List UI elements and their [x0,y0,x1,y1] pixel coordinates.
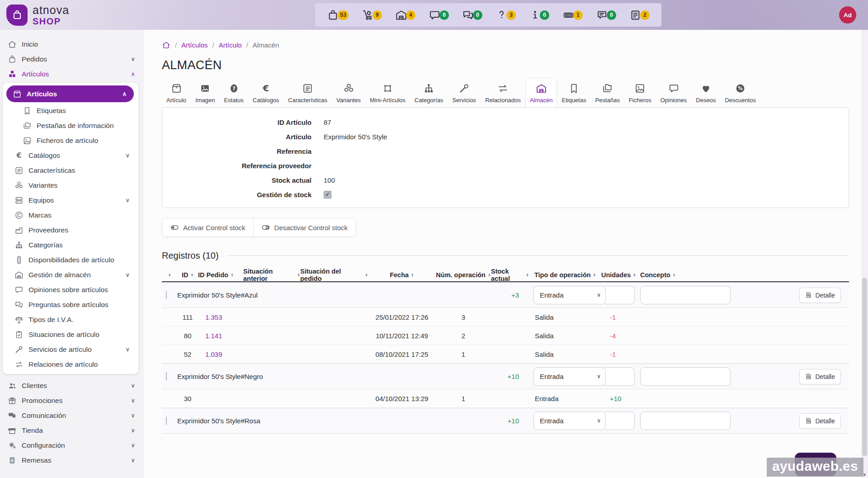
tab-relacionados[interactable]: Relacionados [481,78,525,107]
article-detail-panel: ID Artículo87 ArtículoExprimidor 50's St… [162,107,849,208]
badge-conversations[interactable]: 0 [462,9,482,21]
tab-ficheros[interactable]: Ficheros [624,78,656,107]
operation-type-select[interactable]: Entrada∨ [533,291,606,299]
col-id-pedido[interactable]: ID Pedido▲▼ [198,271,243,279]
row-checkbox[interactable] [166,291,167,299]
col-concepto[interactable]: Concepto▲▼ [640,271,736,279]
activate-stock-control-button[interactable]: Activar Control stock [162,218,253,237]
sidebar-item-categorias[interactable]: Categorías [3,237,138,252]
sidebar-item-situaciones[interactable]: Situaciones de artículo [3,327,138,342]
sidebar-item-equipos[interactable]: Equipos∨ [3,193,138,208]
tab-mini-articulos[interactable]: Mini-Artículos [365,78,410,107]
sidebar-item-comunicacion[interactable]: Comunicación∨ [0,408,144,423]
operation-type-select[interactable]: Entrada∨ [533,417,606,425]
col-unidades[interactable]: Unidades▲▼ [601,271,640,279]
tab-articulo[interactable]: Artículo [162,78,191,107]
col-stock-actual[interactable]: Stock actual▲▼ [491,268,529,282]
concept-input[interactable] [640,367,731,386]
breadcrumb-link-articulos[interactable]: Artículos [181,41,208,49]
order-id-link[interactable]: 1.353 [198,313,243,321]
tab-catalogos[interactable]: Catálogos [248,78,284,107]
home-icon[interactable] [162,41,170,49]
tab-categorias[interactable]: Categorías [410,78,448,107]
sidebar-item-preguntas[interactable]: Preguntas sobre artículos [3,297,138,312]
sidebar-item-remesas[interactable]: Remesas∨ [0,453,144,468]
chevron-down-icon: ∨ [131,412,136,419]
sidebar-item-tienda[interactable]: Tienda∨ [0,423,144,438]
tab-etiquetas[interactable]: Etiquetas [557,78,590,107]
tab-imagen[interactable]: Imagen [191,78,219,107]
sidebar-item-inicio[interactable]: Inicio [0,37,144,52]
units-input[interactable] [602,367,635,386]
sidebar-item-tipos-iva[interactable]: Tipos de I.V.A. [3,312,138,327]
user-avatar[interactable]: Ad [839,6,856,24]
row-checkbox[interactable] [166,372,167,381]
tab-descuentos[interactable]: Descuentos [720,78,760,107]
sidebar-item-ficheros-articulo[interactable]: Ficheros de artículo [3,133,138,148]
detail-button[interactable]: Detalle [799,369,841,384]
sidebar-item-etiquetas[interactable]: Etiquetas [3,103,138,118]
sidebar-item-label: Equipos [28,196,120,204]
detail-button[interactable]: Detalle [799,288,841,303]
order-id-link[interactable]: 1.141 [198,332,243,340]
badge-feedback[interactable]: 0 [596,9,616,21]
concept-input[interactable] [640,286,731,304]
breadcrumb-link-articulo[interactable]: Artículo [219,41,242,49]
sidebar-item-label: Comunicación [22,412,126,420]
sidebar-item-relaciones[interactable]: Relaciones de artículo [3,357,138,372]
col-situacion-anterior[interactable]: Situación anterior▲▼ [243,268,300,282]
concept-input[interactable] [640,412,731,430]
col-num-operacion[interactable]: Núm. operación▲▼ [436,271,491,279]
tab-caracteristicas[interactable]: Características [283,78,332,107]
sidebar-item-articulos[interactable]: Artículos∧ [6,85,134,102]
row-checkbox[interactable] [166,416,167,425]
badge-tickets[interactable]: 1 [562,9,583,21]
tab-deseos[interactable]: Deseos [691,78,720,107]
chevron-down-icon: ∨ [131,382,136,389]
units-input[interactable] [602,412,635,430]
col-tipo-operacion[interactable]: Tipo de operación▲▼ [529,271,601,279]
sort-all-icon[interactable]: ▲▼ [162,273,177,277]
badge-info[interactable]: 0 [529,9,549,21]
col-id[interactable]: ID▲▼ [177,271,198,279]
tab-variantes[interactable]: Variantes [332,78,365,107]
sidebar-item-clientes[interactable]: Clientes∨ [0,378,144,393]
badge-orders[interactable]: 53 [327,9,349,21]
order-id-link[interactable]: 1.039 [198,350,243,358]
sidebar-item-variantes[interactable]: Variantes [3,178,138,193]
sidebar-item-configuracion[interactable]: Configuración∨ [0,438,144,453]
sidebar-item-pestanas-informacion[interactable]: Pestañas de información [3,118,138,133]
sidebar-item-marcas[interactable]: Marcas [3,208,138,222]
badge-shipping[interactable]: 9 [362,9,382,21]
sidebar-item-caracteristicas[interactable]: Características [3,163,138,178]
sidebar-item-catalogos[interactable]: Catálogos∨ [3,148,138,163]
sidebar-item-promociones[interactable]: Promociones∨ [0,393,144,408]
col-situacion-pedido[interactable]: Situación del pedido▲▼ [300,268,368,282]
sidebar-item-disponibilidades[interactable]: Disponibilidades de artículo [3,252,138,267]
units-input[interactable] [602,286,635,304]
operation-type-select[interactable]: Entrada∨ [533,373,606,380]
scrollbar-thumb[interactable] [862,278,867,456]
badge-reports[interactable]: 2 [629,9,650,21]
file-search-icon [805,417,812,424]
sidebar-item-servicios[interactable]: Servicios de artículo∨ [3,342,138,357]
tab-pestanas[interactable]: Pestañas [591,78,624,107]
detail-button[interactable]: Detalle [799,413,841,429]
sidebar-item-opiniones[interactable]: Opiniones sobre artículos [3,282,138,297]
stock-management-checkbox[interactable]: ✓ [324,191,331,199]
sidebar-item-label: Disponibilidades de artículo [28,256,131,264]
tab-servicios[interactable]: Servicios [448,78,481,107]
col-fecha[interactable]: Fecha▲▼ [368,271,436,279]
sidebar-item-pedidos[interactable]: Pedidos∨ [0,52,144,66]
badge-comments[interactable]: 0 [429,9,449,21]
deactivate-stock-control-button[interactable]: Desactivar Control stock [253,218,356,237]
sidebar-item-proveedores[interactable]: Proveedores [3,222,138,237]
badge-warehouse[interactable]: 4 [395,9,415,21]
sidebar-item-gestion-almacen[interactable]: Gestión de almacén∨ [3,267,138,282]
tab-estatus[interactable]: Estatus [219,78,248,107]
badge-questions[interactable]: 3 [495,9,516,21]
tab-opiniones[interactable]: Opiniones [656,78,692,107]
brand-logo[interactable]: atnova SHOP [0,5,137,26]
tab-almacen[interactable]: Almacén [525,78,557,107]
sidebar-item-articulos-parent[interactable]: Artículos∧ [0,66,144,81]
